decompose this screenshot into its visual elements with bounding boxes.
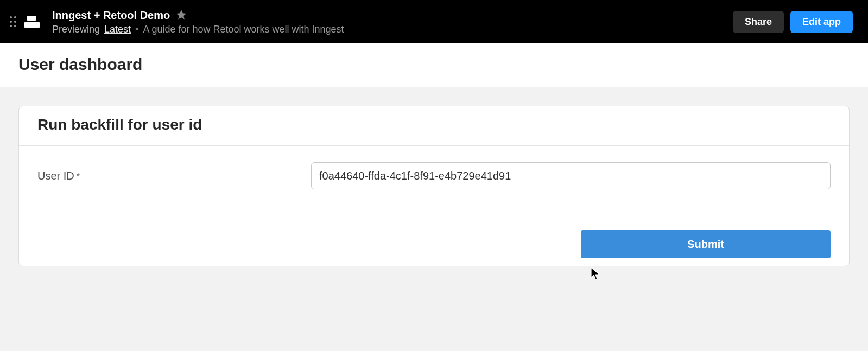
top-bar-left: Inngest + Retool Demo Previewing Latest …: [10, 9, 344, 35]
page-header: User dashboard: [0, 43, 868, 87]
top-bar-right: Share Edit app: [733, 11, 853, 33]
top-bar: Inngest + Retool Demo Previewing Latest …: [0, 0, 868, 43]
card-header: Run backfill for user id: [19, 106, 849, 146]
backfill-form-card: Run backfill for user id User ID * Submi…: [18, 106, 850, 266]
card-title: Run backfill for user id: [37, 116, 831, 133]
previewing-label: Previewing: [52, 24, 100, 35]
retool-logo-icon: [24, 13, 41, 30]
user-id-label: User ID: [37, 170, 74, 182]
separator-dot: •: [135, 24, 138, 35]
star-icon[interactable]: [175, 9, 187, 23]
content-area: Run backfill for user id User ID * Submi…: [0, 87, 868, 285]
version-link[interactable]: Latest: [104, 24, 131, 35]
user-id-input[interactable]: [311, 162, 831, 189]
app-title: Inngest + Retool Demo: [52, 9, 170, 22]
user-id-row: User ID *: [37, 162, 831, 189]
share-button[interactable]: Share: [733, 11, 784, 33]
card-body: User ID *: [19, 146, 849, 222]
drag-handle-icon[interactable]: [10, 16, 16, 27]
page-title: User dashboard: [18, 55, 850, 74]
card-footer: Submit: [19, 222, 849, 266]
edit-app-button[interactable]: Edit app: [790, 11, 853, 33]
app-description: A guide for how Retool works well with I…: [143, 24, 344, 35]
submit-button[interactable]: Submit: [581, 230, 831, 258]
app-title-area: Inngest + Retool Demo Previewing Latest …: [52, 9, 344, 35]
required-asterisk: *: [77, 172, 80, 182]
